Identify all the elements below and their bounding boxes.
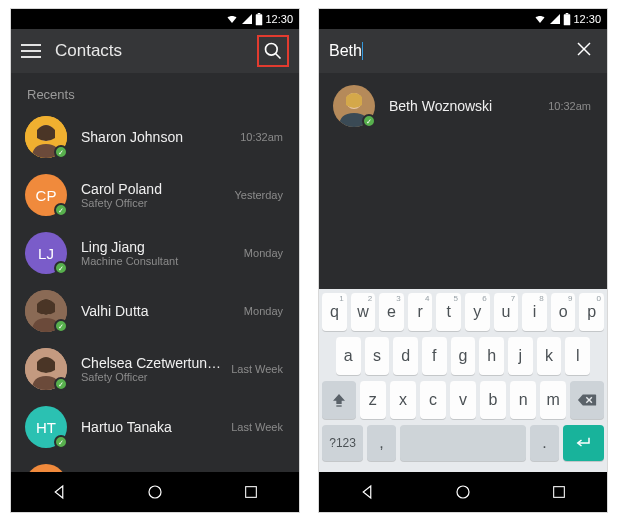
key-n[interactable]: n (510, 381, 536, 419)
key-u[interactable]: u7 (494, 293, 519, 331)
search-input[interactable]: Beth (329, 42, 557, 60)
presence-icon (54, 377, 68, 391)
contact-info: Sharon Johnson (81, 129, 232, 145)
comma-key[interactable]: , (367, 425, 396, 461)
backspace-icon (577, 393, 597, 407)
key-w[interactable]: w2 (351, 293, 376, 331)
backspace-key[interactable] (570, 381, 604, 419)
app-header: Contacts (11, 29, 299, 73)
contact-time: 10:32am (548, 100, 591, 112)
contact-name: Hartuo Tanaka (81, 419, 223, 435)
contact-time: Monday (244, 305, 283, 317)
key-i[interactable]: i8 (522, 293, 547, 331)
avatar: LJ (25, 232, 67, 274)
svg-rect-1 (258, 13, 261, 14)
key-s[interactable]: s (365, 337, 390, 375)
contact-row[interactable]: CP Carol Poland Safety Officer Yesterday (11, 166, 299, 224)
status-bar: 12:30 (11, 9, 299, 29)
keyboard-row-4: ?123 , . (322, 425, 604, 461)
contact-info: Beth Woznowski (389, 98, 540, 114)
contact-row[interactable]: Valhi Dutta Monday (11, 282, 299, 340)
contacts-body: Recents Sharon Johnson 10:32am CP Carol … (11, 73, 299, 472)
key-t[interactable]: t5 (436, 293, 461, 331)
contact-time: Monday (244, 247, 283, 259)
search-query: Beth (329, 42, 362, 60)
key-l[interactable]: l (565, 337, 590, 375)
key-r[interactable]: r4 (408, 293, 433, 331)
search-header: Beth (319, 29, 607, 73)
svg-rect-17 (336, 405, 341, 406)
phone-right: 12:30 Beth Beth Woznowski 10:32am q1w2e3… (318, 8, 608, 513)
period-key[interactable]: . (530, 425, 559, 461)
avatar: HT (25, 406, 67, 448)
contact-info: Hartuo Tanaka (81, 419, 223, 435)
status-time: 12:30 (265, 13, 293, 25)
contact-row[interactable]: HT Hartuo Tanaka Last Week (11, 398, 299, 456)
nav-home[interactable] (452, 481, 474, 503)
signal-icon (549, 13, 561, 25)
svg-rect-12 (564, 14, 571, 25)
nav-home[interactable] (144, 481, 166, 503)
key-b[interactable]: b (480, 381, 506, 419)
key-j[interactable]: j (508, 337, 533, 375)
key-v[interactable]: v (450, 381, 476, 419)
contact-info: Carol Poland Safety Officer (81, 181, 226, 209)
close-search-button[interactable] (571, 36, 597, 67)
android-nav-bar (319, 472, 607, 512)
key-q[interactable]: q1 (322, 293, 347, 331)
avatar: JN (25, 464, 67, 472)
key-f[interactable]: f (422, 337, 447, 375)
contact-row[interactable]: LJ Ling Jiang Machine Consultant Monday (11, 224, 299, 282)
presence-icon (54, 203, 68, 217)
key-a[interactable]: a (336, 337, 361, 375)
contact-role: Safety Officer (81, 197, 226, 209)
keyboard: q1w2e3r4t5y6u7i8o9p0 asdfghjkl zxcvbnm ?… (319, 289, 607, 472)
svg-rect-21 (554, 487, 565, 498)
key-o[interactable]: o9 (551, 293, 576, 331)
contact-time: Last Week (231, 363, 283, 375)
avatar (25, 116, 67, 158)
key-m[interactable]: m (540, 381, 566, 419)
svg-line-3 (276, 54, 281, 59)
contact-row[interactable]: JN Jalene Ng 2 Weeks Ago (11, 456, 299, 472)
space-key[interactable] (400, 425, 527, 461)
android-nav-bar (11, 472, 299, 512)
menu-icon[interactable] (21, 44, 41, 58)
key-p[interactable]: p0 (579, 293, 604, 331)
search-button[interactable] (257, 35, 289, 67)
section-recents: Recents (11, 73, 299, 108)
keyboard-row-1: q1w2e3r4t5y6u7i8o9p0 (322, 293, 604, 331)
key-y[interactable]: y6 (465, 293, 490, 331)
contact-role: Safety Officer (81, 371, 223, 383)
key-g[interactable]: g (451, 337, 476, 375)
contact-time: 10:32am (240, 131, 283, 143)
key-e[interactable]: e3 (379, 293, 404, 331)
key-x[interactable]: x (390, 381, 416, 419)
signal-icon (241, 13, 253, 25)
contact-name: Beth Woznowski (389, 98, 540, 114)
avatar (333, 85, 375, 127)
nav-back[interactable] (48, 481, 70, 503)
contact-info: Chelsea Czetwertunski Safety Officer (81, 355, 223, 383)
presence-icon (54, 261, 68, 275)
svg-point-10 (149, 486, 161, 498)
enter-key[interactable] (563, 425, 604, 461)
key-k[interactable]: k (537, 337, 562, 375)
key-d[interactable]: d (393, 337, 418, 375)
symbols-key[interactable]: ?123 (322, 425, 363, 461)
nav-recent[interactable] (240, 481, 262, 503)
contact-row[interactable]: Beth Woznowski 10:32am (319, 73, 607, 131)
presence-icon (54, 435, 68, 449)
presence-icon (54, 145, 68, 159)
nav-recent[interactable] (548, 481, 570, 503)
nav-back[interactable] (356, 481, 378, 503)
key-h[interactable]: h (479, 337, 504, 375)
contact-row[interactable]: Sharon Johnson 10:32am (11, 108, 299, 166)
contact-row[interactable]: Chelsea Czetwertunski Safety Officer Las… (11, 340, 299, 398)
svg-point-2 (266, 44, 278, 56)
svg-rect-13 (566, 13, 569, 14)
key-z[interactable]: z (360, 381, 386, 419)
shift-key[interactable] (322, 381, 356, 419)
key-c[interactable]: c (420, 381, 446, 419)
avatar: CP (25, 174, 67, 216)
